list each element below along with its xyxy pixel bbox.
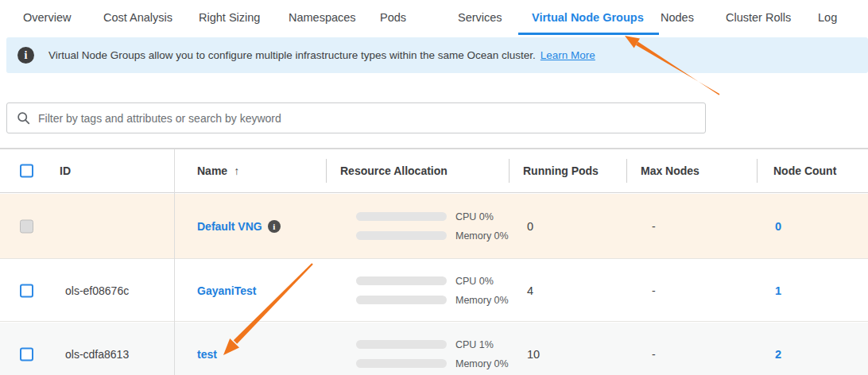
vng-name-link[interactable]: GayaniTest <box>197 284 256 297</box>
row-checkbox[interactable] <box>20 284 33 297</box>
resource-allocation: CPU 1% Memory 0% <box>356 339 509 369</box>
tab-pods[interactable]: Pods <box>380 0 406 35</box>
cluster-tab-bar: Overview Cost Analysis Right Sizing Name… <box>0 0 868 35</box>
tab-namespaces[interactable]: Namespaces <box>289 0 356 35</box>
search-icon <box>17 111 30 125</box>
memory-usage-bar <box>356 231 447 240</box>
sort-ascending-icon: ↑ <box>234 164 239 177</box>
table-row-test: ols-cdfa8613 test CPU 1% Memory 0% 10 - … <box>0 323 868 375</box>
memory-usage-bar <box>356 296 447 304</box>
max-nodes-value: - <box>652 220 656 233</box>
info-icon: i <box>17 47 34 64</box>
vng-id: ols-ef08676c <box>65 284 129 297</box>
row-checkbox-disabled[interactable] <box>20 219 33 233</box>
node-count-link[interactable]: 1 <box>775 284 781 297</box>
tab-services[interactable]: Services <box>458 0 502 35</box>
tab-right-sizing[interactable]: Right Sizing <box>199 0 260 35</box>
cpu-usage-label: CPU 0% <box>455 276 494 287</box>
tab-log[interactable]: Log <box>818 0 837 35</box>
header-divider <box>509 159 510 183</box>
column-header-id: ID <box>60 164 71 177</box>
cpu-usage-bar <box>356 340 447 349</box>
resource-allocation: CPU 0% Memory 0% <box>356 276 509 306</box>
tab-overview[interactable]: Overview <box>23 0 71 35</box>
tab-cluster-rolls[interactable]: Cluster Rolls <box>726 0 791 35</box>
running-pods-value: 10 <box>527 348 540 361</box>
table-header-row: ID Name↑ Resource Allocation Running Pod… <box>0 149 868 193</box>
virtual-node-groups-page: Overview Cost Analysis Right Sizing Name… <box>0 0 868 375</box>
running-pods-value: 0 <box>527 220 533 233</box>
column-header-max-nodes: Max Nodes <box>641 164 699 177</box>
header-divider <box>626 159 627 183</box>
memory-usage-bar <box>356 359 447 368</box>
memory-usage-label: Memory 0% <box>455 230 509 242</box>
memory-usage-label: Memory 0% <box>455 295 509 306</box>
column-header-name[interactable]: Name↑ <box>197 164 239 177</box>
column-header-running-pods: Running Pods <box>523 164 599 177</box>
vng-name-link[interactable]: Default VNG <box>197 220 262 233</box>
filter-search-input[interactable] <box>38 112 705 125</box>
column-header-node-count: Node Count <box>773 164 836 177</box>
vng-id: ols-cdfa8613 <box>65 348 129 361</box>
info-banner-text: Virtual Node Groups allow you to configu… <box>48 49 536 61</box>
cpu-usage-bar <box>356 212 447 221</box>
header-divider <box>757 159 758 183</box>
memory-usage-label: Memory 0% <box>455 358 509 369</box>
max-nodes-value: - <box>652 284 656 297</box>
node-count-link[interactable]: 2 <box>775 348 781 361</box>
vng-name-link[interactable]: test <box>197 348 217 361</box>
learn-more-link[interactable]: Learn More <box>541 49 595 61</box>
cpu-usage-bar <box>356 276 447 285</box>
column-header-name-label: Name <box>197 164 227 177</box>
table-row-gayanitest: ols-ef08676c GayaniTest CPU 0% Memory 0%… <box>0 260 868 322</box>
column-header-resource-allocation: Resource Allocation <box>340 164 448 177</box>
table-row-default-vng: Default VNG i CPU 0% Memory 0% 0 - 0 <box>0 194 868 259</box>
row-checkbox[interactable] <box>20 347 33 361</box>
tab-virtual-node-groups[interactable]: Virtual Node Groups <box>532 0 644 35</box>
resource-allocation: CPU 0% Memory 0% <box>356 211 509 242</box>
header-divider <box>326 159 327 183</box>
select-all-checkbox[interactable] <box>20 164 33 178</box>
node-count-link[interactable]: 0 <box>775 220 781 233</box>
info-banner: i Virtual Node Groups allow you to confi… <box>6 37 868 73</box>
cpu-usage-label: CPU 0% <box>455 211 494 222</box>
tab-nodes[interactable]: Nodes <box>661 0 694 35</box>
default-vng-info-icon[interactable]: i <box>268 220 281 233</box>
cpu-usage-label: CPU 1% <box>455 339 494 350</box>
max-nodes-value: - <box>652 348 656 361</box>
tab-cost-analysis[interactable]: Cost Analysis <box>103 0 172 35</box>
filter-searchbox <box>6 102 706 133</box>
running-pods-value: 4 <box>527 284 533 297</box>
pinned-column-divider <box>174 149 175 375</box>
